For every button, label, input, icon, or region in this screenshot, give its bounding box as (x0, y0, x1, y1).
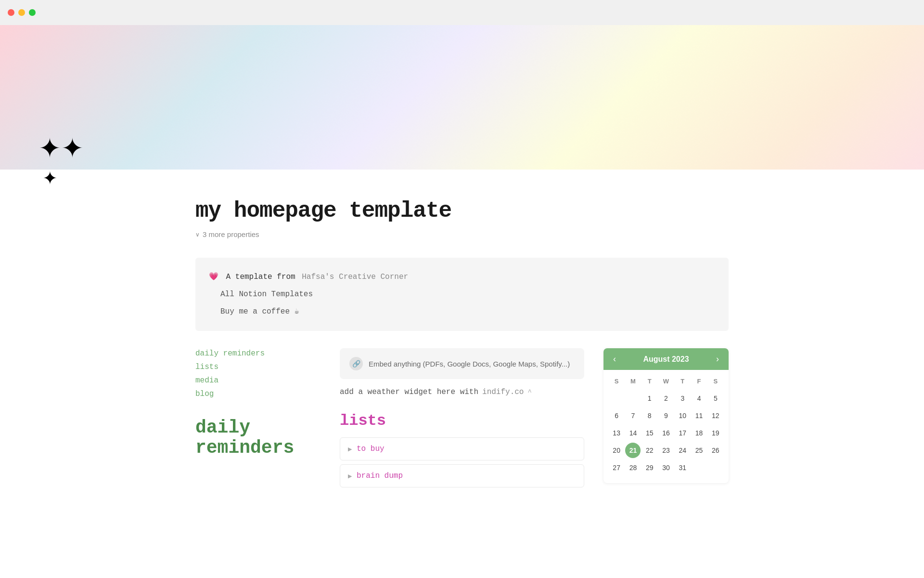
calendar-day[interactable]: 18 (692, 425, 707, 441)
properties-toggle[interactable]: ∨ 3 more properties (195, 230, 729, 238)
calendar-day (625, 391, 641, 406)
calendar-day[interactable]: 14 (625, 425, 641, 441)
titlebar (0, 0, 924, 25)
calendar-day[interactable]: 20 (609, 443, 624, 458)
calendar-day (609, 391, 624, 406)
cal-header-s1: S (608, 376, 625, 387)
cal-header-t2: T (674, 376, 691, 387)
calendar-day[interactable]: 19 (708, 425, 723, 441)
daily-reminders-section-heading: daily reminders (195, 418, 321, 458)
weather-text: add a weather widget here with (340, 388, 478, 396)
calendar-day[interactable]: 10 (675, 408, 690, 423)
embed-placeholder-text: Embed anything (PDFs, Google Docs, Googl… (369, 360, 570, 368)
calendar-day[interactable]: 15 (642, 425, 657, 441)
chevron-down-icon: ∨ (195, 231, 200, 238)
cal-header-t1: T (642, 376, 658, 387)
calendar-day[interactable]: 4 (692, 391, 707, 406)
calendar-day[interactable]: 27 (609, 460, 624, 475)
calendar-days-header: S M T W T F S (608, 376, 724, 387)
nav-item-lists[interactable]: lists (195, 362, 321, 372)
calendar-day[interactable]: 7 (625, 408, 641, 423)
calendar-week: 12345 (608, 391, 724, 406)
list-arrow-icon-2: ▶ (348, 473, 352, 479)
weather-row: add a weather widget here with indify.co… (340, 388, 584, 396)
indify-link[interactable]: indify.co (482, 388, 524, 396)
calendar-header: ‹ August 2023 › (603, 348, 729, 370)
embed-icon: 🔗 (349, 357, 363, 370)
list-arrow-icon: ▶ (348, 446, 352, 452)
calendar-day[interactable]: 9 (658, 408, 674, 423)
daily-reminders-line2: reminders (195, 438, 321, 458)
page-title: my homepage template (195, 198, 729, 223)
calendar-day[interactable]: 31 (675, 460, 690, 475)
calendar-day[interactable]: 23 (658, 443, 674, 458)
info-block: 💗 A template from Hafsa's Creative Corne… (195, 258, 729, 331)
calendar-day[interactable]: 25 (692, 443, 707, 458)
calendar-day[interactable]: 28 (625, 460, 641, 475)
cal-header-m: M (625, 376, 641, 387)
minimize-button[interactable] (18, 9, 25, 16)
calendar-week: 6789101112 (608, 408, 724, 423)
calendar-day[interactable]: 1 (642, 391, 657, 406)
lists-heading: lists (340, 412, 584, 430)
calendar-day[interactable]: 16 (658, 425, 674, 441)
center-content: 🔗 Embed anything (PDFs, Google Docs, Goo… (340, 348, 584, 491)
calendar-day[interactable]: 13 (609, 425, 624, 441)
calendar-day[interactable]: 29 (642, 460, 657, 475)
maximize-button[interactable] (29, 9, 36, 16)
info-title-line: 💗 A template from Hafsa's Creative Corne… (209, 269, 715, 285)
calendar-day[interactable]: 6 (609, 408, 624, 423)
nav-item-blog[interactable]: blog (195, 389, 321, 399)
calendar-day[interactable]: 5 (708, 391, 723, 406)
calendar-month-year: August 2023 (643, 355, 689, 364)
calendar-next-button[interactable]: › (714, 354, 721, 364)
buy-coffee-link[interactable]: Buy me a coffee ☕ (220, 307, 299, 316)
calendar-day[interactable]: 3 (675, 391, 690, 406)
main-layout: daily reminders lists media blog daily r… (195, 348, 729, 491)
calendar-day[interactable]: 26 (708, 443, 723, 458)
left-nav: daily reminders lists media blog daily r… (195, 348, 321, 458)
calendar-day[interactable]: 12 (708, 408, 723, 423)
calendar-week: 2728293031 (608, 460, 724, 475)
calendar-day[interactable]: 30 (658, 460, 674, 475)
properties-label: 3 more properties (203, 230, 259, 238)
calendar-day[interactable]: 24 (675, 443, 690, 458)
nav-item-media[interactable]: media (195, 375, 321, 386)
calendar-day (692, 460, 707, 475)
list-item-label-brain-dump: brain dump (357, 472, 403, 480)
calendar-day[interactable]: 11 (692, 408, 707, 423)
calendar-week: 20212223242526 (608, 443, 724, 458)
close-button[interactable] (8, 9, 14, 16)
list-items-container: ▶ to buy ▶ brain dump (340, 437, 584, 487)
list-item-brain-dump[interactable]: ▶ brain dump (340, 464, 584, 487)
title-section: my homepage template ∨ 3 more properties (195, 170, 729, 244)
daily-reminders-line1: daily (195, 418, 321, 438)
embed-block[interactable]: 🔗 Embed anything (PDFs, Google Docs, Goo… (340, 348, 584, 379)
cal-header-f: F (691, 376, 707, 387)
calendar-day[interactable]: 17 (675, 425, 690, 441)
page-content: my homepage template ∨ 3 more properties… (149, 170, 775, 491)
list-item-label-to-buy: to buy (357, 445, 385, 453)
all-templates-link[interactable]: All Notion Templates (220, 290, 313, 299)
author-link[interactable]: Hafsa's Creative Corner (302, 273, 408, 281)
list-item-to-buy[interactable]: ▶ to buy (340, 437, 584, 460)
calendar-day (708, 460, 723, 475)
heart-emoji: 💗 (209, 273, 218, 281)
cal-header-s2: S (707, 376, 724, 387)
calendar-weeks: 1234567891011121314151617181920212223242… (608, 391, 724, 475)
calendar-grid: S M T W T F S 12345678910111213141516171… (603, 370, 729, 483)
calendar-widget: ‹ August 2023 › S M T W T F S 1234567891… (603, 348, 729, 483)
calendar-day[interactable]: 8 (642, 408, 657, 423)
calendar-day[interactable]: 2 (658, 391, 674, 406)
sparkles-icon: ✦✦✦ (38, 135, 84, 189)
nav-item-daily-reminders[interactable]: daily reminders (195, 348, 321, 359)
calendar-day[interactable]: 21 (625, 443, 641, 458)
calendar-week: 13141516171819 (608, 425, 724, 441)
caret-icon: ^ (527, 388, 531, 396)
calendar-day[interactable]: 22 (642, 443, 657, 458)
calendar-prev-button[interactable]: ‹ (611, 354, 618, 364)
hero-banner: ✦✦✦ (0, 25, 924, 170)
cal-header-w: W (658, 376, 674, 387)
intro-text: A template from (226, 273, 295, 281)
